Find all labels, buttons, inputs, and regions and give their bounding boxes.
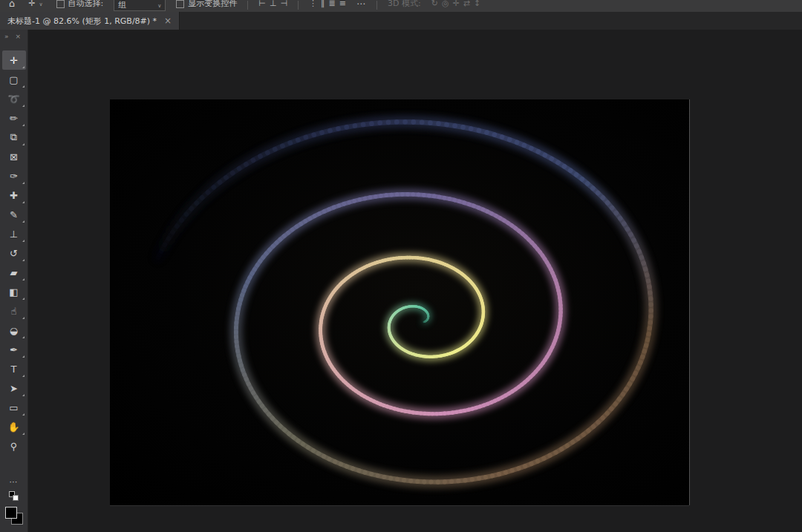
frame-tool[interactable]: ⊠ — [2, 147, 26, 166]
show-transform-option: 显示变换控件 — [176, 0, 237, 11]
flyout-corner — [22, 278, 25, 280]
foreground-color-swatch[interactable] — [5, 507, 17, 519]
path-selection-tool-icon: ➤ — [10, 383, 18, 394]
lasso-tool-icon: ➰ — [7, 93, 19, 105]
align-center-icon[interactable]: ⊥ — [270, 0, 277, 11]
eyedropper-tool-icon: ✑ — [10, 171, 18, 182]
move-icon: ✛ — [28, 0, 35, 11]
separator — [247, 1, 248, 10]
clone-stamp-tool[interactable]: ⊥ — [2, 224, 26, 243]
3d-rotate-icon[interactable]: ↻ — [431, 0, 438, 11]
quick-selection-tool-icon: ✏ — [10, 113, 18, 124]
flyout-corner — [22, 317, 25, 319]
eraser-tool-icon: ▰ — [10, 267, 18, 278]
tools-list: ✛▢➰✏⧉⊠✑✚✎⊥↺▰◧☝◒✒T➤▭✋⚲ — [2, 50, 26, 456]
flyout-corner — [22, 413, 25, 416]
home-icon[interactable]: ⌂ — [9, 0, 15, 11]
document-canvas[interactable] — [110, 99, 689, 505]
show-transform-label: 显示变换控件 — [188, 0, 237, 11]
align-left-icon[interactable]: ⊢ — [258, 0, 266, 11]
rectangular-marquee-tool[interactable]: ▢ — [2, 70, 26, 89]
flyout-corner — [22, 85, 25, 88]
distribute-vertical-icon[interactable]: ∥ — [321, 0, 325, 11]
current-tool-button[interactable]: ✛ ∨ — [25, 0, 45, 11]
spot-healing-brush-tool[interactable]: ✚ — [2, 185, 26, 205]
more-align-options-button[interactable]: ⋯ — [356, 0, 366, 11]
3d-pan-icon[interactable]: ✛ — [453, 0, 460, 11]
flyout-corner — [22, 66, 25, 68]
close-icon[interactable]: × — [164, 16, 172, 25]
flyout-corner — [22, 259, 25, 261]
auto-select-label: 自动选择: — [68, 0, 104, 11]
color-swatches — [4, 507, 24, 526]
path-selection-tool[interactable]: ➤ — [2, 378, 26, 398]
chevron-down-icon: ∨ — [157, 0, 161, 13]
distribute-horizontal-icon[interactable]: ≣ — [329, 0, 336, 11]
show-transform-checkbox[interactable] — [176, 0, 184, 8]
flyout-corner — [22, 124, 25, 126]
flyout-corner — [22, 336, 25, 338]
separator — [376, 1, 377, 10]
options-bar: ⌂ ✛ ∨ 自动选择: 组 ∨ 显示变换控件 ⊢⊥⊣ ⋮∥≣≡ ⋯ 3D 模式:… — [0, 0, 802, 13]
flyout-corner — [22, 143, 25, 145]
3d-mode-icons-group: ↻◎✛⇄↕ — [431, 0, 480, 11]
tools-panel-header: » × — [0, 30, 27, 43]
gradient-tool[interactable]: ◧ — [2, 282, 26, 301]
spot-healing-brush-tool-icon: ✚ — [10, 190, 18, 201]
flyout-corner — [22, 105, 25, 107]
auto-select-checkbox[interactable] — [56, 0, 65, 8]
flyout-corner — [22, 201, 25, 203]
document-tab[interactable]: 未标题-1 @ 82.6% (矩形 1, RGB/8#) * × — [0, 12, 180, 30]
type-tool-icon: T — [11, 364, 17, 375]
3d-slide-icon[interactable]: ⇄ — [463, 0, 470, 11]
auto-select-option: 自动选择: — [56, 0, 104, 11]
brush-tool[interactable]: ✎ — [2, 205, 26, 224]
default-colors-icon[interactable] — [9, 491, 19, 501]
flyout-corner — [22, 355, 25, 358]
flyout-corner — [22, 375, 25, 377]
3d-scale-icon[interactable]: ↕ — [474, 0, 480, 11]
chevron-down-icon: ∨ — [39, 0, 42, 12]
3d-roll-icon[interactable]: ◎ — [442, 0, 449, 11]
rectangular-marquee-tool-icon: ▢ — [9, 74, 18, 85]
close-panel-icon[interactable]: × — [16, 33, 22, 40]
hand-tool[interactable]: ✋ — [2, 417, 26, 436]
flyout-corner — [22, 240, 25, 242]
dodge-tool[interactable]: ◒ — [2, 321, 26, 340]
eraser-tool[interactable]: ▰ — [2, 263, 26, 282]
distribute-top-icon[interactable]: ⋮ — [309, 0, 317, 11]
rectangle-tool[interactable]: ▭ — [2, 398, 26, 417]
photoshop-window: { "options_bar": { "home_icon": "⌂", "mo… — [0, 0, 802, 532]
collapse-panel-icon[interactable]: » — [4, 33, 9, 40]
move-tool[interactable]: ✛ — [2, 50, 26, 70]
auto-select-target-dropdown[interactable]: 组 ∨ — [114, 0, 166, 11]
zoom-tool-icon: ⚲ — [10, 441, 18, 452]
lasso-tool[interactable]: ➰ — [2, 89, 26, 108]
distribute-bottom-icon[interactable]: ≡ — [339, 0, 346, 11]
eyedropper-tool[interactable]: ✑ — [2, 166, 26, 185]
flyout-corner — [22, 394, 25, 396]
history-brush-tool[interactable]: ↺ — [2, 243, 26, 263]
canvas-area[interactable] — [28, 30, 802, 532]
align-right-icon[interactable]: ⊣ — [281, 0, 288, 11]
flyout-corner — [22, 220, 25, 223]
zoom-tool[interactable]: ⚲ — [2, 436, 26, 456]
type-tool[interactable]: T — [2, 359, 26, 378]
document-tab-title: 未标题-1 @ 82.6% (矩形 1, RGB/8#) * — [7, 16, 157, 27]
crop-tool[interactable]: ⧉ — [2, 128, 26, 147]
frame-tool-icon: ⊠ — [10, 151, 18, 162]
clone-stamp-tool-icon: ⊥ — [10, 229, 18, 240]
distribute-icons-group: ⋮∥≣≡ — [309, 0, 346, 11]
edit-toolbar-button[interactable]: ⋯ — [10, 477, 19, 487]
brush-tool-icon: ✎ — [10, 209, 18, 220]
hand-tool-icon: ✋ — [7, 421, 19, 433]
quick-selection-tool[interactable]: ✏ — [2, 108, 26, 128]
smudge-tool-icon: ☝ — [11, 306, 17, 317]
spiral-artwork — [110, 99, 689, 505]
align-icons-group: ⊢⊥⊣ — [258, 0, 287, 11]
pen-tool[interactable]: ✒ — [2, 340, 26, 359]
history-brush-tool-icon: ↺ — [10, 248, 18, 259]
smudge-tool[interactable]: ☝ — [2, 301, 26, 321]
flyout-corner — [22, 433, 25, 435]
3d-mode-label: 3D 模式: — [388, 0, 421, 11]
